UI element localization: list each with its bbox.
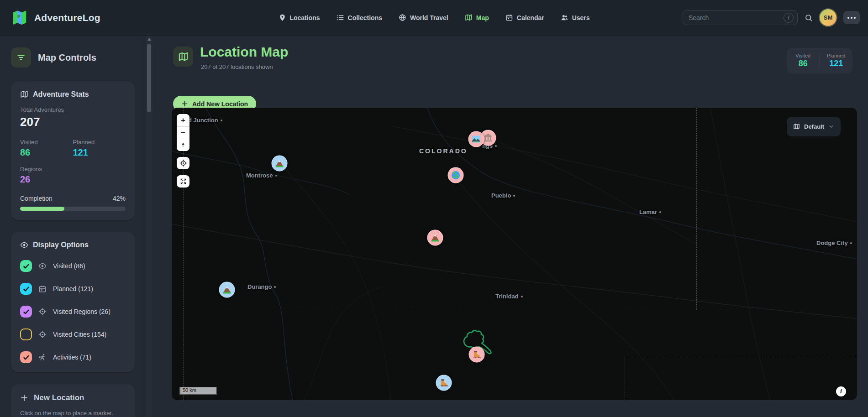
regions-value: 26 [20,174,126,185]
page-subtitle: 207 of 207 locations shown [201,63,273,70]
nav-item-calendar[interactable]: Calendar [505,14,544,21]
stats-card-title: Adventure Stats [33,90,89,99]
option-visited-regions[interactable]: Visited Regions (26) [20,306,126,318]
map-marker[interactable] [272,156,288,172]
nav-item-map[interactable]: Map [465,14,489,21]
map-marker[interactable] [468,131,484,147]
city-dot [221,120,222,121]
new-location-card: New Location Click on the map to place a… [11,384,135,417]
nav-item-users[interactable]: Users [561,14,590,21]
locate-icon [179,159,187,167]
new-location-hint: Click on the map to place a marker. [20,410,126,417]
plus-icon [20,394,28,402]
city-dot [274,286,276,288]
map-scale-bar: 50 km [179,387,217,395]
display-options-title: Display Options [33,241,89,249]
fullscreen-button[interactable] [177,175,189,188]
new-location-title: New Location [34,393,84,402]
header-visited-label: Visited [787,53,820,58]
fullscreen-icon [179,177,187,185]
target-icon [38,308,47,316]
nav-menu: Locations Collections World Travel Map C… [278,14,589,21]
nav-item-label: Locations [289,14,320,21]
runner-icon [38,353,47,361]
search-shortcut-badge: / [784,13,794,23]
nav-item-label: World Travel [410,14,448,21]
planned-value: 121 [73,147,126,158]
info-icon[interactable]: i [836,386,846,396]
brand[interactable]: AdventureLog [11,9,100,26]
navbar: AdventureLog Locations Collections World… [0,0,868,36]
vertical-scrollbar[interactable] [146,36,153,417]
users-icon [561,14,568,21]
header-planned-value: 121 [820,59,853,68]
option-planned[interactable]: Planned (121) [20,283,126,295]
checkbox-visited-cities[interactable] [20,328,32,340]
checkbox-visited-regions[interactable] [20,306,32,318]
search-input[interactable] [689,14,784,21]
page-title-icon [173,47,193,67]
map-marker[interactable] [427,230,443,246]
map-marker[interactable] [219,282,235,298]
state-border-line [625,357,857,357]
avatar[interactable]: SM [820,9,836,26]
park-marker-icon [472,135,481,144]
visited-label: Visited [20,139,73,146]
option-visited-cities[interactable]: Visited Cities (154) [20,328,126,340]
zoom-in-button[interactable]: + [177,114,189,126]
zoom-out-button[interactable]: − [177,126,189,139]
building-marker-icon [484,133,493,143]
map-marker[interactable] [448,167,464,183]
search-icon[interactable] [805,14,813,22]
map-roads-layer [172,108,857,400]
map-icon [465,14,473,21]
completion-value: 42% [113,195,126,202]
checkbox-visited[interactable] [20,260,32,272]
state-border-line [625,357,625,400]
option-activities[interactable]: Activities (71) [20,351,126,363]
globe-marker-icon [451,171,461,180]
compass-button[interactable] [177,139,189,151]
visited-value: 86 [20,147,73,158]
nav-item-label: Collections [348,14,382,21]
navbar-right: / SM [683,9,860,26]
locate-button[interactable] [177,157,189,169]
calendar-icon [505,14,513,21]
search-box[interactable]: / [683,10,798,25]
city-label: Trinidad [495,293,523,300]
mountain-marker-icon [431,233,440,243]
map-pin-icon [278,14,286,21]
map-marker[interactable] [436,375,452,391]
boot-marker-icon [439,378,449,388]
map-controls-header: Map Controls [11,47,135,68]
state-border-line [696,108,697,310]
filter-icon [11,47,31,68]
map-style-selector[interactable]: Default [787,117,841,136]
nav-item-world-travel[interactable]: World Travel [399,14,448,21]
mountain-marker-icon [222,285,232,295]
compass-icon [180,141,186,149]
nav-item-collections[interactable]: Collections [337,14,382,21]
option-visited[interactable]: Visited (86) [20,260,126,272]
more-menu-button[interactable] [843,11,860,24]
map-marker[interactable] [469,347,485,363]
target-icon [38,330,47,339]
checkbox-planned[interactable] [20,283,32,295]
city-dot [495,145,497,147]
scroll-up-arrow-icon[interactable] [147,38,151,41]
map-canvas[interactable]: COLORADO + − Default 50 km i nd [172,108,857,400]
mountain-marker-icon [275,159,284,168]
scrollbar-thumb[interactable] [147,44,151,112]
state-border-line [183,310,753,310]
city-dot [659,211,661,213]
checkbox-activities[interactable] [20,351,32,363]
header-stats-card: Visited 86 Planned 121 [787,48,852,73]
city-label: Pueblo [491,192,515,199]
total-adventures-value: 207 [20,115,126,129]
completion-progress-bar [20,207,126,211]
nav-item-label: Calendar [517,14,544,21]
boot-marker-icon [472,350,482,360]
nav-item-locations[interactable]: Locations [278,14,320,21]
city-dot [850,242,852,244]
total-adventures-label: Total Adventures [20,106,126,113]
